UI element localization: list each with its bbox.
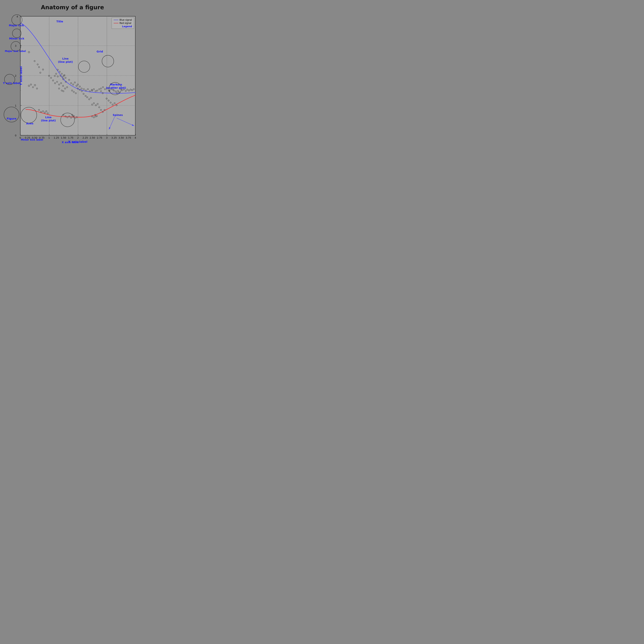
svg-point-45 [71,90,73,91]
x-tick-label: 3.25 [111,136,117,139]
svg-point-5 [28,51,30,53]
svg-point-4 [36,88,38,89]
svg-point-16 [58,84,60,85]
svg-point-60 [90,97,92,99]
x-tick-label: 1 [48,136,50,139]
svg-point-10 [42,69,44,70]
svg-point-107 [44,112,45,113]
svg-point-19 [64,88,66,89]
svg-point-44 [81,88,82,89]
legend-blue-label: Blue signal [120,19,132,21]
svg-point-62 [93,89,95,90]
svg-point-71 [97,103,98,105]
svg-point-121 [93,117,95,118]
legend: Blue signal Red signal Legend [112,18,134,29]
major-tick-annotation: Major tick [9,24,24,27]
svg-point-22 [61,90,62,91]
svg-point-70 [95,105,97,106]
svg-point-102 [131,89,133,91]
minor-tick-label-annotation: Minor tick label [21,138,43,141]
svg-point-76 [100,88,102,89]
x-tick-label: 2.75 [97,136,102,139]
minor-tick-circle [12,29,21,38]
svg-point-14 [54,83,56,84]
line-annotation-lower: Line(line plot) [41,116,56,122]
svg-point-15 [56,81,58,83]
svg-point-90 [113,90,115,91]
major-tick-x [135,134,136,135]
svg-point-63 [95,91,96,92]
x-tick-label: 1.50 [61,136,66,139]
legend-red-label: Red signal [120,22,131,24]
svg-point-51 [83,89,85,90]
x-tick-label: 3.75 [126,136,131,139]
y-tick-label: 2 [15,74,16,77]
svg-point-65 [99,89,100,90]
x-tick-label: 1.75 [68,136,73,139]
x-tick-label: 3 [106,136,107,139]
svg-point-26 [57,76,58,77]
x-tick-label: 4 [135,136,136,139]
title-annotation: Title [56,20,63,23]
svg-point-124 [96,115,98,117]
x-tick-label: 2.25 [83,136,88,139]
svg-point-91 [115,91,116,92]
svg-point-17 [60,83,62,84]
svg-point-24 [54,75,55,77]
svg-point-99 [127,89,128,90]
svg-point-38 [70,83,72,84]
x-tick-label: 2 [77,136,79,139]
minor-tick-annotation: Minor tick [9,37,24,40]
axes-annotation: Axes [26,122,33,125]
svg-point-78 [104,89,106,90]
svg-point-18 [62,85,64,87]
x-tick-label: 2.50 [90,136,95,139]
svg-point-0 [28,85,30,87]
svg-point-41 [76,85,77,87]
plot-svg [20,16,135,135]
svg-point-50 [81,91,83,92]
svg-point-47 [75,93,76,94]
svg-point-12 [50,77,52,78]
svg-point-58 [87,97,88,98]
major-tick-label-annotation: Major tick label [5,50,26,52]
svg-point-8 [38,66,40,68]
svg-point-3 [34,84,36,86]
svg-point-101 [130,89,131,90]
figure-annotation: Figure [7,117,17,120]
svg-point-96 [122,89,123,91]
axes-area: 0 0.25 0.50 0.75 1 1.25 1.50 1.75 2 2.25… [20,16,136,136]
svg-point-53 [87,89,89,90]
svg-point-2 [32,87,34,88]
svg-point-82 [108,100,109,101]
y-tick-label: 0 [15,134,16,137]
x-tick-label: 1.25 [54,136,59,139]
svg-point-83 [110,102,111,103]
svg-point-13 [52,80,54,81]
y-tick-label: 1 [15,104,16,107]
x-tick-label: 3.50 [118,136,124,139]
svg-point-66 [100,91,102,92]
line-annotation-upper: Line(line plot) [58,57,73,63]
svg-point-81 [106,98,107,99]
y-tick-label: 4 [17,15,18,18]
svg-point-64 [97,90,98,91]
svg-point-23 [63,91,64,92]
svg-point-114 [70,117,72,118]
svg-point-1 [30,84,32,85]
chart-title: Anatomy of a figure [41,4,104,11]
svg-point-42 [77,84,78,85]
svg-point-93 [117,90,119,92]
svg-point-28 [59,71,60,72]
svg-point-27 [57,69,58,70]
svg-point-109 [47,113,48,114]
svg-point-86 [116,105,117,106]
svg-point-59 [89,99,90,100]
svg-point-31 [65,77,66,78]
svg-point-80 [108,90,110,91]
svg-point-29 [61,73,62,74]
markers-annotation: Markers(scatter plot) [106,83,126,89]
svg-point-43 [79,86,81,87]
svg-point-25 [55,73,57,74]
svg-point-7 [37,64,38,65]
